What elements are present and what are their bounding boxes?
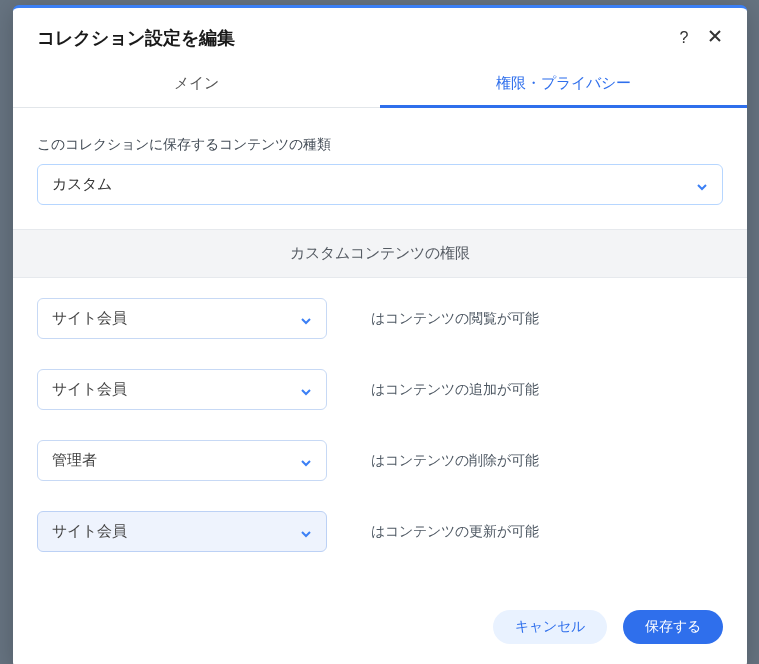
chevron-down-icon bbox=[300, 455, 312, 467]
permission-row-delete: 管理者 はコンテンツの削除が可能 bbox=[37, 440, 723, 481]
permission-row-update: サイト会員 はコンテンツの更新が可能 bbox=[37, 511, 723, 552]
chevron-down-icon bbox=[300, 526, 312, 538]
permission-view-label: はコンテンツの閲覧が可能 bbox=[371, 310, 539, 328]
close-icon[interactable] bbox=[707, 28, 723, 48]
permission-update-label: はコンテンツの更新が可能 bbox=[371, 523, 539, 541]
content-type-select[interactable]: カスタム bbox=[37, 164, 723, 205]
edit-collection-settings-modal: コレクション設定を編集 ? メイン 権限・プライバシー このコレクションに保存す… bbox=[13, 5, 747, 664]
permission-row-add: サイト会員 はコンテンツの追加が可能 bbox=[37, 369, 723, 410]
permission-view-role: サイト会員 bbox=[52, 309, 127, 328]
permission-view-select[interactable]: サイト会員 bbox=[37, 298, 327, 339]
content-type-value: カスタム bbox=[52, 175, 112, 194]
custom-permissions-section-title: カスタムコンテンツの権限 bbox=[13, 229, 747, 278]
tabs: メイン 権限・プライバシー bbox=[13, 62, 747, 108]
modal-footer: キャンセル 保存する bbox=[13, 592, 747, 664]
chevron-down-icon bbox=[300, 313, 312, 325]
help-icon[interactable]: ? bbox=[680, 29, 689, 47]
permission-list: サイト会員 はコンテンツの閲覧が可能 サイト会員 はコンテンツの追加が可能 bbox=[37, 278, 723, 592]
permission-row-view: サイト会員 はコンテンツの閲覧が可能 bbox=[37, 298, 723, 339]
permission-update-role: サイト会員 bbox=[52, 522, 127, 541]
cancel-button[interactable]: キャンセル bbox=[493, 610, 607, 644]
chevron-down-icon bbox=[300, 384, 312, 396]
permission-add-role: サイト会員 bbox=[52, 380, 127, 399]
chevron-down-icon bbox=[696, 179, 708, 191]
modal-header: コレクション設定を編集 ? bbox=[13, 8, 747, 62]
permission-delete-role: 管理者 bbox=[52, 451, 97, 470]
permission-delete-label: はコンテンツの削除が可能 bbox=[371, 452, 539, 470]
permission-update-select[interactable]: サイト会員 bbox=[37, 511, 327, 552]
content-type-label: このコレクションに保存するコンテンツの種類 bbox=[37, 136, 723, 154]
modal-title: コレクション設定を編集 bbox=[37, 26, 235, 50]
permission-add-label: はコンテンツの追加が可能 bbox=[371, 381, 539, 399]
permission-add-select[interactable]: サイト会員 bbox=[37, 369, 327, 410]
save-button[interactable]: 保存する bbox=[623, 610, 723, 644]
permission-delete-select[interactable]: 管理者 bbox=[37, 440, 327, 481]
tab-privacy[interactable]: 権限・プライバシー bbox=[380, 62, 747, 107]
header-icons: ? bbox=[680, 28, 723, 48]
content-area: このコレクションに保存するコンテンツの種類 カスタム カスタムコンテンツの権限 … bbox=[13, 108, 747, 592]
tab-main[interactable]: メイン bbox=[13, 62, 380, 107]
